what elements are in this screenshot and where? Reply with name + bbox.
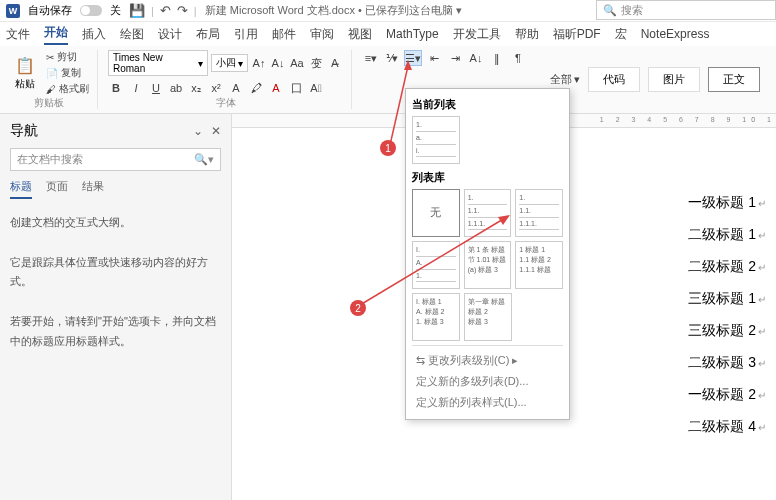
dd-define-multilevel[interactable]: 定义新的多级列表(D)... — [412, 371, 563, 392]
document-title: 新建 Microsoft Word 文档.docx • 已保存到这台电脑 ▾ — [205, 3, 462, 18]
copy-icon: 📄 — [46, 68, 58, 79]
underline-icon[interactable]: U — [148, 80, 164, 96]
heading-1-2: 一级标题 2↵ — [688, 386, 766, 404]
dd-lib-5[interactable]: 第 1 条 标题节 1.01 标题(a) 标题 3 — [464, 241, 512, 289]
search-placeholder: 搜索 — [621, 3, 643, 18]
tab-foxit[interactable]: 福昕PDF — [553, 26, 601, 43]
font-size-select[interactable]: 小四▾ — [211, 54, 248, 72]
dd-lib-2[interactable]: 1.1.1.1.1.1. — [464, 189, 512, 237]
tab-references[interactable]: 引用 — [234, 26, 258, 43]
tab-file[interactable]: 文件 — [6, 26, 30, 43]
cut-button[interactable]: ✂剪切 — [46, 50, 89, 64]
styles-all[interactable]: 全部 ▾ — [550, 72, 580, 87]
clear-format-icon[interactable]: A̶ — [327, 55, 343, 71]
tab-mathtype[interactable]: MathType — [386, 27, 439, 41]
tab-noteexpress[interactable]: NoteExpress — [641, 27, 710, 41]
navigation-pane: 导航 ⌄ ✕ 在文档中搜索 🔍▾ 标题 页面 结果 创建文档的交互式大纲。 它是… — [0, 114, 232, 500]
ruler-marks: 1 2 3 4 5 6 7 8 9 10 1 — [600, 116, 776, 123]
increase-indent-icon[interactable]: ⇥ — [446, 50, 464, 66]
heading-2-2: 二级标题 2↵ — [688, 258, 766, 276]
decrease-indent-icon[interactable]: ⇤ — [425, 50, 443, 66]
dd-lib-3[interactable]: 1.1.1.1.1.1. — [515, 189, 563, 237]
italic-icon[interactable]: I — [128, 80, 144, 96]
nav-collapse-icon[interactable]: ⌄ — [193, 124, 203, 138]
word-app-icon: W — [6, 4, 20, 18]
tab-insert[interactable]: 插入 — [82, 26, 106, 43]
tab-review[interactable]: 审阅 — [310, 26, 334, 43]
font-name-select[interactable]: Times New Roman▾ — [108, 50, 208, 76]
font-color-icon[interactable]: A — [268, 80, 284, 96]
tab-help[interactable]: 帮助 — [515, 26, 539, 43]
nav-tab-pages[interactable]: 页面 — [46, 179, 68, 199]
tab-draw[interactable]: 绘图 — [120, 26, 144, 43]
annotation-1: 1 — [380, 140, 396, 156]
bold-icon[interactable]: B — [108, 80, 124, 96]
strike-icon[interactable]: ab — [168, 80, 184, 96]
dd-current-item[interactable]: 1.a.i. — [412, 116, 460, 164]
font-shrink-icon[interactable]: A↓ — [270, 55, 286, 71]
main-area: 导航 ⌄ ✕ 在文档中搜索 🔍▾ 标题 页面 结果 创建文档的交互式大纲。 它是… — [0, 114, 776, 500]
clipboard-group-label: 剪贴板 — [8, 96, 89, 110]
nav-title: 导航 — [10, 122, 38, 140]
dd-change-level[interactable]: ⇆ 更改列表级别(C) ▸ — [412, 350, 563, 371]
nav-search-input[interactable]: 在文档中搜索 🔍▾ — [10, 148, 221, 171]
dd-lib-7[interactable]: I. 标题 1A. 标题 21. 标题 3 — [412, 293, 460, 341]
style-image[interactable]: 图片 — [648, 67, 700, 92]
search-bar[interactable]: 🔍 搜索 — [596, 0, 776, 20]
tab-macro[interactable]: 宏 — [615, 26, 627, 43]
superscript-icon[interactable]: x² — [208, 80, 224, 96]
nav-tab-results[interactable]: 结果 — [82, 179, 104, 199]
dd-lib-6[interactable]: 1 标题 11.1 标题 21.1.1 标题 — [515, 241, 563, 289]
heading-3-1: 三级标题 1↵ — [688, 290, 766, 308]
search-icon: 🔍 — [603, 4, 617, 17]
subscript-icon[interactable]: x₂ — [188, 80, 204, 96]
show-marks-icon[interactable]: ¶ — [509, 50, 527, 66]
nav-close-icon[interactable]: ✕ — [211, 124, 221, 138]
highlight-icon[interactable]: 🖍 — [248, 80, 264, 96]
sort-icon[interactable]: A↓ — [467, 50, 485, 66]
tab-layout[interactable]: 布局 — [196, 26, 220, 43]
heading-2-4: 二级标题 4↵ — [688, 418, 766, 436]
heading-1-1: 一级标题 1↵ — [688, 194, 766, 212]
font-grow-icon[interactable]: A↑ — [251, 55, 267, 71]
undo-icon[interactable]: ↶ — [160, 3, 171, 18]
dd-lib-none[interactable]: 无 — [412, 189, 460, 237]
dd-section-library: 列表库 — [412, 168, 563, 189]
quick-access-toolbar: 💾 | ↶ ↷ | — [129, 3, 197, 18]
tab-mail[interactable]: 邮件 — [272, 26, 296, 43]
border-char-icon[interactable]: 囗 — [288, 80, 304, 96]
format-painter-button[interactable]: 🖌格式刷 — [46, 82, 89, 96]
text-effect-icon[interactable]: A — [228, 80, 244, 96]
autosave-toggle[interactable] — [80, 5, 102, 16]
redo-icon[interactable]: ↷ — [177, 3, 188, 18]
nav-search-icon: 🔍▾ — [194, 153, 214, 166]
tab-view[interactable]: 视图 — [348, 26, 372, 43]
paste-button[interactable]: 📋 粘贴 — [8, 50, 42, 96]
numbering-icon[interactable]: ⅟▾ — [383, 50, 401, 66]
copy-button[interactable]: 📄复制 — [46, 66, 89, 80]
tab-devtools[interactable]: 开发工具 — [453, 26, 501, 43]
nav-hint-2: 它是跟踪具体位置或快速移动内容的好方式。 — [10, 253, 221, 293]
nav-hint-1: 创建文档的交互式大纲。 — [10, 213, 221, 233]
autosave-off-label: 关 — [110, 3, 121, 18]
heading-2-1: 二级标题 1↵ — [688, 226, 766, 244]
change-case-icon[interactable]: Aa — [289, 55, 305, 71]
dd-lib-8[interactable]: 第一章 标题标题 2标题 3 — [464, 293, 512, 341]
line-spacing-icon[interactable]: ‖ — [488, 50, 506, 66]
dd-define-style[interactable]: 定义新的列表样式(L)... — [412, 392, 563, 413]
heading-2-3: 二级标题 3↵ — [688, 354, 766, 372]
enclose-char-icon[interactable]: A⃝ — [308, 80, 324, 96]
ribbon-tabs: 文件 开始 插入 绘图 设计 布局 引用 邮件 审阅 视图 MathType 开… — [0, 22, 776, 46]
phonetic-icon[interactable]: 变 — [308, 55, 324, 71]
dd-lib-4[interactable]: I.A.1. — [412, 241, 460, 289]
nav-tab-headings[interactable]: 标题 — [10, 179, 32, 199]
bullets-icon[interactable]: ≡▾ — [362, 50, 380, 66]
document-content[interactable]: 一级标题 1↵ 二级标题 1↵ 二级标题 2↵ 三级标题 1↵ 三级标题 2↵ … — [688, 194, 766, 436]
style-body[interactable]: 正文 — [708, 67, 760, 92]
style-code[interactable]: 代码 — [588, 67, 640, 92]
nav-hint-3: 若要开始，请转到"开始"选项卡，并向文档中的标题应用标题样式。 — [10, 312, 221, 352]
save-icon[interactable]: 💾 — [129, 3, 145, 18]
tab-design[interactable]: 设计 — [158, 26, 182, 43]
tab-home[interactable]: 开始 — [44, 24, 68, 45]
multilevel-list-icon[interactable]: ☰▾ — [404, 50, 422, 66]
